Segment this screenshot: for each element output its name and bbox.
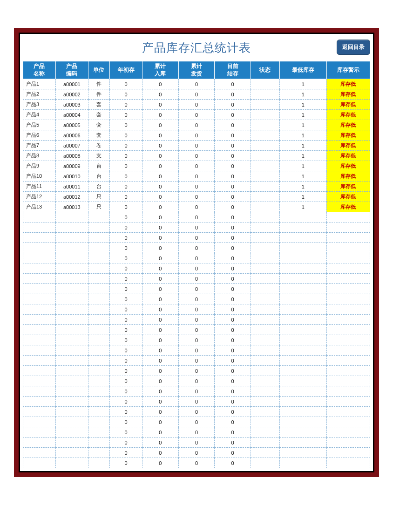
cell-code xyxy=(55,356,88,366)
cell-alert: 库存低 xyxy=(326,202,370,212)
table-row: 产品10a00010台00001库存低 xyxy=(23,171,370,182)
cell-in: 0 xyxy=(142,458,179,468)
cell-alert: 库存低 xyxy=(326,120,370,130)
table-row: 0000 xyxy=(23,243,370,253)
cell-begin: 0 xyxy=(110,366,142,376)
cell-out: 0 xyxy=(178,151,215,161)
col-header-in: 累计入库 xyxy=(142,61,179,79)
table-row: 产品12a00012只00001库存低 xyxy=(23,192,370,202)
cell-code: a00005 xyxy=(55,120,88,130)
cell-end: 0 xyxy=(215,386,251,397)
cell-code xyxy=(55,274,88,284)
cell-unit xyxy=(88,345,110,356)
cell-alert xyxy=(326,356,370,366)
cell-end: 0 xyxy=(215,335,251,345)
table-row: 0000 xyxy=(23,407,370,417)
cell-min xyxy=(279,243,326,253)
cell-begin: 0 xyxy=(110,427,142,438)
cell-min xyxy=(279,448,326,458)
cell-name xyxy=(23,315,56,325)
cell-unit: 支 xyxy=(88,151,110,161)
cell-name xyxy=(23,212,56,222)
cell-in: 0 xyxy=(142,202,179,212)
cell-out: 0 xyxy=(178,458,215,468)
cell-min xyxy=(279,325,326,335)
cell-unit xyxy=(88,366,110,376)
col-header-out: 累计发货 xyxy=(178,61,215,79)
cell-end: 0 xyxy=(215,407,251,417)
table-row: 0000 xyxy=(23,345,370,356)
cell-in: 0 xyxy=(142,79,179,89)
cell-unit xyxy=(88,335,110,345)
cell-code xyxy=(55,222,88,233)
cell-out: 0 xyxy=(178,202,215,212)
cell-name xyxy=(23,222,56,233)
cell-name xyxy=(23,325,56,335)
cell-alert xyxy=(326,274,370,284)
cell-begin: 0 xyxy=(110,110,142,120)
cell-begin: 0 xyxy=(110,356,142,366)
table-row: 0000 xyxy=(23,274,370,284)
cell-status xyxy=(251,161,279,171)
cell-status xyxy=(251,130,279,141)
cell-status xyxy=(251,79,279,89)
cell-begin: 0 xyxy=(110,376,142,386)
cell-in: 0 xyxy=(142,376,179,386)
cell-name: 产品12 xyxy=(23,192,56,202)
cell-unit xyxy=(88,356,110,366)
cell-unit xyxy=(88,274,110,284)
cell-out: 0 xyxy=(178,407,215,417)
cell-name xyxy=(23,304,56,315)
cell-begin: 0 xyxy=(110,222,142,233)
cell-name xyxy=(23,335,56,345)
cell-begin: 0 xyxy=(110,274,142,284)
cell-out: 0 xyxy=(178,130,215,141)
table-row: 产品5a00005套00001库存低 xyxy=(23,120,370,130)
cell-status xyxy=(251,356,279,366)
cell-min xyxy=(279,438,326,448)
cell-code xyxy=(55,315,88,325)
cell-out: 0 xyxy=(178,141,215,151)
cell-begin: 0 xyxy=(110,243,142,253)
inner-frame: 产品库存汇总统计表 返回目录 产品名称 产品编码 单位 年初存 累计入库 xyxy=(19,33,374,472)
cell-min: 1 xyxy=(279,141,326,151)
cell-in: 0 xyxy=(142,192,179,202)
cell-code: a00010 xyxy=(55,171,88,182)
cell-alert xyxy=(326,407,370,417)
cell-unit xyxy=(88,397,110,407)
cell-status xyxy=(251,151,279,161)
cell-in: 0 xyxy=(142,407,179,417)
table-row: 产品2a00002件00001库存低 xyxy=(23,89,370,100)
cell-in: 0 xyxy=(142,417,179,427)
cell-in: 0 xyxy=(142,100,179,110)
cell-unit xyxy=(88,458,110,468)
col-header-status: 状态 xyxy=(251,61,279,79)
cell-alert xyxy=(326,448,370,458)
cell-min xyxy=(279,315,326,325)
cell-out: 0 xyxy=(178,315,215,325)
cell-alert xyxy=(326,397,370,407)
cell-alert xyxy=(326,315,370,325)
cell-min xyxy=(279,233,326,243)
cell-min xyxy=(279,356,326,366)
cell-out: 0 xyxy=(178,335,215,345)
cell-min xyxy=(279,427,326,438)
cell-status xyxy=(251,427,279,438)
cell-status xyxy=(251,376,279,386)
cell-unit: 卷 xyxy=(88,141,110,151)
cell-status xyxy=(251,448,279,458)
back-button[interactable]: 返回目录 xyxy=(337,40,370,55)
cell-end: 0 xyxy=(215,356,251,366)
table-row: 产品3a00003套00001库存低 xyxy=(23,100,370,110)
cell-out: 0 xyxy=(178,376,215,386)
cell-name xyxy=(23,294,56,304)
cell-unit xyxy=(88,448,110,458)
table-row: 产品7a00007卷00001库存低 xyxy=(23,141,370,151)
cell-out: 0 xyxy=(178,438,215,448)
cell-name: 产品7 xyxy=(23,141,56,151)
cell-name xyxy=(23,345,56,356)
cell-code xyxy=(55,448,88,458)
cell-out: 0 xyxy=(178,304,215,315)
cell-name: 产品5 xyxy=(23,120,56,130)
table-row: 产品11a00011台00001库存低 xyxy=(23,182,370,192)
